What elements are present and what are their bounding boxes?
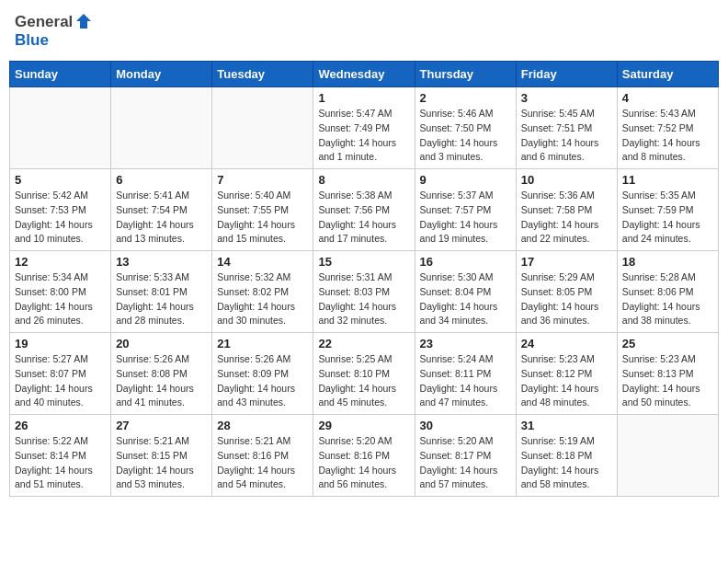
day-info: Sunrise: 5:22 AM Sunset: 8:14 PM Dayligh… <box>15 434 106 492</box>
day-number: 2 <box>420 91 511 105</box>
day-info: Sunrise: 5:35 AM Sunset: 7:59 PM Dayligh… <box>622 189 713 247</box>
logo-icon <box>74 12 93 30</box>
day-info: Sunrise: 5:19 AM Sunset: 8:18 PM Dayligh… <box>521 434 612 492</box>
weekday-header-row: SundayMondayTuesdayWednesdayThursdayFrid… <box>10 62 719 87</box>
day-info: Sunrise: 5:41 AM Sunset: 7:54 PM Dayligh… <box>116 189 207 247</box>
calendar-cell: 26Sunrise: 5:22 AM Sunset: 8:14 PM Dayli… <box>10 415 111 497</box>
calendar-cell: 21Sunrise: 5:26 AM Sunset: 8:09 PM Dayli… <box>212 333 313 415</box>
day-number: 14 <box>217 255 308 269</box>
calendar-cell: 15Sunrise: 5:31 AM Sunset: 8:03 PM Dayli… <box>313 251 415 333</box>
calendar-cell: 6Sunrise: 5:41 AM Sunset: 7:54 PM Daylig… <box>111 169 212 251</box>
day-number: 3 <box>521 91 612 105</box>
day-info: Sunrise: 5:26 AM Sunset: 8:09 PM Dayligh… <box>217 352 308 410</box>
day-info: Sunrise: 5:36 AM Sunset: 7:58 PM Dayligh… <box>521 189 612 247</box>
day-info: Sunrise: 5:23 AM Sunset: 8:12 PM Dayligh… <box>521 352 612 410</box>
calendar-cell: 13Sunrise: 5:33 AM Sunset: 8:01 PM Dayli… <box>111 251 212 333</box>
calendar-cell: 23Sunrise: 5:24 AM Sunset: 8:11 PM Dayli… <box>415 333 516 415</box>
day-number: 29 <box>318 419 409 432</box>
day-number: 10 <box>521 173 612 187</box>
day-number: 13 <box>116 255 207 269</box>
day-info: Sunrise: 5:27 AM Sunset: 8:07 PM Dayligh… <box>15 352 106 410</box>
calendar-cell: 18Sunrise: 5:28 AM Sunset: 8:06 PM Dayli… <box>617 251 718 333</box>
calendar-cell: 8Sunrise: 5:38 AM Sunset: 7:56 PM Daylig… <box>313 169 415 251</box>
logo: General Blue <box>15 13 93 50</box>
day-number: 28 <box>217 419 308 432</box>
calendar-table: SundayMondayTuesdayWednesdayThursdayFrid… <box>9 61 719 497</box>
calendar-cell: 16Sunrise: 5:30 AM Sunset: 8:04 PM Dayli… <box>415 251 516 333</box>
day-number: 1 <box>318 91 409 105</box>
week-row-1: 1Sunrise: 5:47 AM Sunset: 7:49 PM Daylig… <box>10 87 719 169</box>
calendar-cell: 17Sunrise: 5:29 AM Sunset: 8:05 PM Dayli… <box>516 251 617 333</box>
calendar-cell <box>617 415 718 497</box>
day-number: 15 <box>318 255 409 269</box>
day-number: 18 <box>622 255 713 269</box>
day-info: Sunrise: 5:37 AM Sunset: 7:57 PM Dayligh… <box>420 189 511 247</box>
day-info: Sunrise: 5:26 AM Sunset: 8:08 PM Dayligh… <box>116 352 207 410</box>
calendar-cell: 27Sunrise: 5:21 AM Sunset: 8:15 PM Dayli… <box>111 415 212 497</box>
day-info: Sunrise: 5:40 AM Sunset: 7:55 PM Dayligh… <box>217 189 308 247</box>
day-number: 19 <box>15 337 106 350</box>
calendar-cell: 19Sunrise: 5:27 AM Sunset: 8:07 PM Dayli… <box>10 333 111 415</box>
day-info: Sunrise: 5:31 AM Sunset: 8:03 PM Dayligh… <box>318 270 409 328</box>
day-number: 12 <box>15 255 106 269</box>
day-info: Sunrise: 5:38 AM Sunset: 7:56 PM Dayligh… <box>318 189 409 247</box>
day-number: 6 <box>116 173 207 187</box>
day-info: Sunrise: 5:28 AM Sunset: 8:06 PM Dayligh… <box>622 270 713 328</box>
day-number: 7 <box>217 173 308 187</box>
calendar-cell: 29Sunrise: 5:20 AM Sunset: 8:16 PM Dayli… <box>313 415 415 497</box>
weekday-wednesday: Wednesday <box>313 62 415 87</box>
day-number: 16 <box>420 255 511 269</box>
day-info: Sunrise: 5:42 AM Sunset: 7:53 PM Dayligh… <box>15 189 106 247</box>
calendar-cell <box>111 87 212 169</box>
calendar-cell: 1Sunrise: 5:47 AM Sunset: 7:49 PM Daylig… <box>313 87 415 169</box>
week-row-2: 5Sunrise: 5:42 AM Sunset: 7:53 PM Daylig… <box>10 169 719 251</box>
day-number: 24 <box>521 337 612 350</box>
day-number: 17 <box>521 255 612 269</box>
day-number: 20 <box>116 337 207 350</box>
week-row-3: 12Sunrise: 5:34 AM Sunset: 8:00 PM Dayli… <box>10 251 719 333</box>
day-info: Sunrise: 5:30 AM Sunset: 8:04 PM Dayligh… <box>420 270 511 328</box>
day-number: 27 <box>116 419 207 432</box>
day-info: Sunrise: 5:21 AM Sunset: 8:15 PM Dayligh… <box>116 434 207 492</box>
day-info: Sunrise: 5:32 AM Sunset: 8:02 PM Dayligh… <box>217 270 308 328</box>
week-row-5: 26Sunrise: 5:22 AM Sunset: 8:14 PM Dayli… <box>10 415 719 497</box>
day-info: Sunrise: 5:34 AM Sunset: 8:00 PM Dayligh… <box>15 270 106 328</box>
logo-general: General <box>15 13 73 31</box>
calendar-cell: 30Sunrise: 5:20 AM Sunset: 8:17 PM Dayli… <box>415 415 516 497</box>
day-info: Sunrise: 5:29 AM Sunset: 8:05 PM Dayligh… <box>521 270 612 328</box>
day-info: Sunrise: 5:47 AM Sunset: 7:49 PM Dayligh… <box>318 107 409 165</box>
calendar-cell: 20Sunrise: 5:26 AM Sunset: 8:08 PM Dayli… <box>111 333 212 415</box>
weekday-saturday: Saturday <box>617 62 718 87</box>
day-number: 5 <box>15 173 106 187</box>
day-number: 31 <box>521 419 612 432</box>
day-number: 4 <box>622 91 713 105</box>
page-header: General Blue <box>9 9 719 53</box>
calendar-cell <box>212 87 313 169</box>
day-info: Sunrise: 5:20 AM Sunset: 8:16 PM Dayligh… <box>318 434 409 492</box>
calendar-cell: 14Sunrise: 5:32 AM Sunset: 8:02 PM Dayli… <box>212 251 313 333</box>
calendar-cell <box>10 87 111 169</box>
calendar-cell: 11Sunrise: 5:35 AM Sunset: 7:59 PM Dayli… <box>617 169 718 251</box>
day-info: Sunrise: 5:33 AM Sunset: 8:01 PM Dayligh… <box>116 270 207 328</box>
day-number: 25 <box>622 337 713 350</box>
day-info: Sunrise: 5:46 AM Sunset: 7:50 PM Dayligh… <box>420 107 511 165</box>
day-number: 30 <box>420 419 511 432</box>
calendar-cell: 28Sunrise: 5:21 AM Sunset: 8:16 PM Dayli… <box>212 415 313 497</box>
day-info: Sunrise: 5:43 AM Sunset: 7:52 PM Dayligh… <box>622 107 713 165</box>
weekday-monday: Monday <box>111 62 212 87</box>
calendar-cell: 9Sunrise: 5:37 AM Sunset: 7:57 PM Daylig… <box>415 169 516 251</box>
weekday-sunday: Sunday <box>10 62 111 87</box>
calendar-cell: 31Sunrise: 5:19 AM Sunset: 8:18 PM Dayli… <box>516 415 617 497</box>
day-number: 22 <box>318 337 409 350</box>
day-number: 8 <box>318 173 409 187</box>
svg-marker-0 <box>76 14 91 29</box>
day-number: 26 <box>15 419 106 432</box>
weekday-tuesday: Tuesday <box>212 62 313 87</box>
logo-blue: Blue <box>15 31 49 50</box>
day-info: Sunrise: 5:21 AM Sunset: 8:16 PM Dayligh… <box>217 434 308 492</box>
day-number: 9 <box>420 173 511 187</box>
calendar-cell: 10Sunrise: 5:36 AM Sunset: 7:58 PM Dayli… <box>516 169 617 251</box>
day-info: Sunrise: 5:20 AM Sunset: 8:17 PM Dayligh… <box>420 434 511 492</box>
calendar-cell: 4Sunrise: 5:43 AM Sunset: 7:52 PM Daylig… <box>617 87 718 169</box>
calendar-cell: 2Sunrise: 5:46 AM Sunset: 7:50 PM Daylig… <box>415 87 516 169</box>
